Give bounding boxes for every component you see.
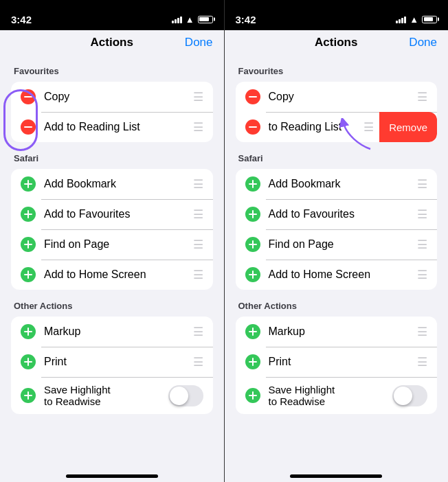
print-label-left: Print — [44, 356, 193, 368]
minus-icon-reading-left[interactable] — [21, 119, 36, 135]
list-item-bookmark-left[interactable]: Add Bookmark ☰ — [11, 169, 213, 199]
content-right: Favourites Copy ☰ to Reading List ☰ Remo… — [225, 55, 449, 469]
copy-label-left: Copy — [44, 91, 193, 103]
drag-handle-print-left[interactable]: ☰ — [193, 355, 203, 369]
fav-label-right: Add to Favourites — [269, 208, 418, 220]
plus-icon-find-left[interactable] — [21, 237, 36, 252]
drag-handle-fav-left[interactable]: ☰ — [193, 207, 203, 222]
bookmark-label-left: Add Bookmark — [44, 178, 193, 190]
list-item-copy-left[interactable]: Copy ☰ — [11, 82, 213, 112]
signal-icon-left — [172, 16, 182, 23]
status-time-left: 3:42 — [11, 14, 32, 25]
plus-icon-fav-right[interactable] — [245, 207, 260, 222]
list-item-favourites-left[interactable]: Add to Favourites ☰ — [11, 199, 213, 229]
list-item-print-right[interactable]: Print ☰ — [236, 347, 438, 377]
favourites-list-right: Copy ☰ to Reading List ☰ Remove — [236, 82, 438, 142]
plus-icon-print-right[interactable] — [245, 354, 260, 369]
remove-button[interactable]: Remove — [379, 112, 437, 142]
battery-icon-left — [198, 16, 213, 23]
plus-icon-bookmark-right[interactable] — [245, 176, 260, 192]
minus-icon-copy-left[interactable] — [21, 89, 36, 104]
nav-title-right: Actions — [315, 36, 357, 49]
drag-handle-fav-right[interactable]: ☰ — [417, 207, 427, 222]
find-label-left: Find on Page — [44, 238, 193, 251]
other-list-right: Markup ☰ Print ☰ Save Highlightto Readwi… — [236, 317, 438, 414]
plus-icon-print-left[interactable] — [21, 354, 36, 369]
section-title-safari-left: Safari — [14, 153, 213, 163]
plus-icon-readwise-left[interactable] — [21, 388, 36, 403]
drag-handle-home-left[interactable]: ☰ — [193, 268, 203, 282]
status-icons-left: ▲ — [172, 14, 213, 25]
list-item-bookmark-right[interactable]: Add Bookmark ☰ — [236, 169, 438, 199]
list-item-homescreen-left[interactable]: Add to Home Screen ☰ — [11, 260, 213, 290]
list-item-print-left[interactable]: Print ☰ — [11, 347, 213, 377]
list-item-reading-right[interactable]: to Reading List ☰ Remove — [236, 112, 438, 142]
drag-handle-reading-left[interactable]: ☰ — [193, 120, 203, 135]
nav-bar-right: Actions Done — [225, 30, 449, 55]
minus-icon-reading-right[interactable] — [245, 119, 260, 135]
list-item-find-left[interactable]: Find on Page ☰ — [11, 229, 213, 260]
toggle-readwise-left[interactable] — [168, 385, 203, 406]
list-item-readwise-right[interactable]: Save Highlightto Readwise — [236, 377, 438, 414]
right-panel: 3:42 ▲ Actions Done Favourites Copy ☰ to — [225, 0, 449, 482]
plus-icon-home-left[interactable] — [21, 267, 36, 282]
list-item-find-right[interactable]: Find on Page ☰ — [236, 229, 438, 260]
drag-handle-markup-right[interactable]: ☰ — [417, 325, 427, 339]
section-title-other-right: Other Actions — [238, 301, 438, 311]
home-label-right: Add to Home Screen — [269, 268, 418, 281]
toggle-readwise-right[interactable] — [392, 385, 427, 406]
home-indicator-right — [290, 474, 382, 478]
list-item-copy-right[interactable]: Copy ☰ — [236, 82, 438, 112]
plus-icon-markup-right[interactable] — [245, 324, 260, 339]
safari-list-left: Add Bookmark ☰ Add to Favourites ☰ Find … — [11, 169, 213, 290]
section-title-favourites-right: Favourites — [238, 66, 438, 76]
plus-icon-home-right[interactable] — [245, 267, 260, 282]
done-button-right[interactable]: Done — [409, 36, 437, 49]
plus-icon-readwise-right[interactable] — [245, 388, 260, 403]
drag-handle-copy-left[interactable]: ☰ — [193, 90, 203, 104]
list-item-favourites-right[interactable]: Add to Favourites ☰ — [236, 199, 438, 229]
wifi-icon-left: ▲ — [186, 14, 194, 25]
readwise-label-right: Save Highlightto Readwise — [269, 384, 393, 407]
wifi-icon-right: ▲ — [410, 14, 418, 25]
status-bar-right: 3:42 ▲ — [225, 0, 449, 30]
list-item-homescreen-right[interactable]: Add to Home Screen ☰ — [236, 260, 438, 290]
drag-handle-bookmark-left[interactable]: ☰ — [193, 177, 203, 192]
arrow-svg — [339, 118, 381, 152]
section-title-safari-right: Safari — [238, 153, 438, 163]
reading-label-left: Add to Reading List — [44, 121, 193, 133]
done-button-left[interactable]: Done — [185, 36, 213, 49]
minus-icon-copy-right[interactable] — [245, 89, 260, 104]
drag-handle-bookmark-right[interactable]: ☰ — [417, 177, 427, 192]
other-list-left: Markup ☰ Print ☰ Save Highlightto Readwi… — [11, 317, 213, 414]
signal-icon-right — [396, 16, 406, 23]
plus-icon-markup-left[interactable] — [21, 324, 36, 339]
home-indicator-left — [66, 474, 158, 478]
drag-handle-copy-right[interactable]: ☰ — [417, 90, 427, 104]
find-label-right: Find on Page — [269, 238, 418, 251]
list-item-reading-left[interactable]: Add to Reading List ☰ — [11, 112, 213, 142]
markup-label-left: Markup — [44, 325, 193, 338]
list-item-markup-right[interactable]: Markup ☰ — [236, 317, 438, 347]
bookmark-label-right: Add Bookmark — [269, 178, 418, 190]
readwise-label-left: Save Highlightto Readwise — [44, 384, 168, 407]
plus-icon-fav-left[interactable] — [21, 207, 36, 222]
left-panel: 3:42 ▲ Actions Done Favourites Copy ☰ Ad… — [0, 0, 224, 482]
nav-bar-left: Actions Done — [0, 30, 224, 55]
drag-handle-home-right[interactable]: ☰ — [417, 268, 427, 282]
drag-handle-find-left[interactable]: ☰ — [193, 238, 203, 252]
list-item-readwise-left[interactable]: Save Highlightto Readwise — [11, 377, 213, 414]
list-item-markup-left[interactable]: Markup ☰ — [11, 317, 213, 347]
drag-handle-markup-left[interactable]: ☰ — [193, 325, 203, 339]
plus-icon-find-right[interactable] — [245, 237, 260, 252]
status-icons-right: ▲ — [396, 14, 437, 25]
home-label-left: Add to Home Screen — [44, 268, 193, 281]
drag-handle-find-right[interactable]: ☰ — [417, 238, 427, 252]
markup-label-right: Markup — [269, 325, 418, 338]
status-time-right: 3:42 — [236, 14, 256, 25]
favourites-list-left: Copy ☰ Add to Reading List ☰ — [11, 82, 213, 142]
safari-list-right: Add Bookmark ☰ Add to Favourites ☰ Find … — [236, 169, 438, 290]
drag-handle-print-right[interactable]: ☰ — [417, 355, 427, 369]
section-title-favourites-left: Favourites — [14, 66, 213, 76]
plus-icon-bookmark-left[interactable] — [21, 176, 36, 192]
